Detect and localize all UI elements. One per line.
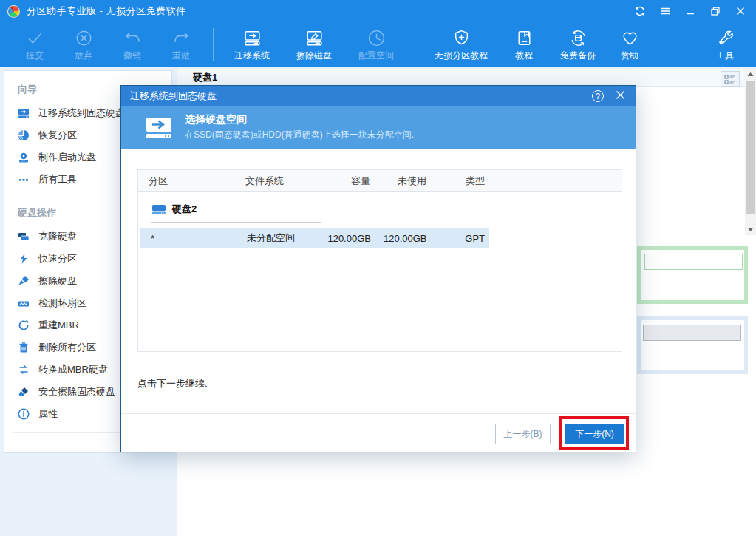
close-icon[interactable]: [735, 6, 746, 16]
migrate-os-icon: [18, 107, 31, 119]
vertical-scrollbar[interactable]: [745, 69, 756, 235]
redo-icon: [171, 27, 191, 49]
window-title: 分区助手专业版 - 无损分区免费软件: [27, 4, 186, 18]
main-toolbar: 提交 放弃 撤销 重做 迁移系统: [0, 22, 756, 67]
next-button[interactable]: 下一步(N): [565, 424, 624, 444]
banner-subtitle: 在SSD(固态硬盘)或HDD(普通硬盘)上选择一块未分配空间.: [185, 129, 414, 141]
app-logo-icon: [7, 5, 20, 18]
disk2-icon: [151, 203, 166, 215]
select-disk-space-icon: [145, 115, 173, 143]
trash-icon: [18, 342, 31, 353]
cell-filesystem: 未分配空间: [247, 231, 316, 245]
toolbar-separator: [415, 28, 415, 61]
convert-arrows-icon: [18, 364, 31, 376]
col-unused: 未使用: [375, 174, 431, 188]
apply-button[interactable]: 提交: [10, 24, 59, 65]
disk1-label: 硬盘1: [177, 71, 217, 84]
lossless-tutorial-button[interactable]: 无损分区教程: [423, 24, 500, 65]
menu-icon[interactable]: [660, 6, 670, 16]
table-header-row: 分区 文件系统 容量 未使用 类型: [138, 170, 622, 192]
ellipsis-icon: [18, 174, 31, 186]
clock-icon: [367, 27, 386, 49]
heart-icon: [620, 27, 640, 49]
recover-pie-icon: [18, 129, 31, 141]
tutorial-button[interactable]: 教程: [500, 24, 548, 65]
lightning-icon: [18, 253, 31, 265]
dialog-titlebar: 迁移系统到固态硬盘 ?: [121, 86, 636, 106]
disk-space-table: 分区 文件系统 容量 未使用 类型 硬盘2 * 未分配空间 120.00GB 1…: [137, 169, 622, 352]
check-icon: [25, 27, 45, 49]
col-partition: 分区: [138, 174, 245, 188]
dialog-close-icon[interactable]: [616, 89, 625, 103]
toolbar-separator: [213, 28, 214, 61]
allocate-space-button[interactable]: 配置空间: [345, 24, 407, 65]
tools-button[interactable]: 工具: [704, 24, 746, 65]
dialog-banner: 选择硬盘空间 在SSD(固态硬盘)或HDD(普通硬盘)上选择一块未分配空间.: [121, 106, 636, 149]
banner-title: 选择硬盘空间: [185, 113, 247, 126]
refresh-icon[interactable]: [635, 6, 645, 16]
book-icon: [514, 27, 534, 49]
view-toggle-button[interactable]: [721, 71, 740, 87]
erase-disk-button[interactable]: 擦除磁盘: [283, 24, 345, 65]
disk3-partition-bar: [643, 325, 741, 341]
bootable-disc-icon: [18, 152, 31, 163]
disk2-partition-bar: [644, 254, 743, 270]
migrate-os-button[interactable]: 迁移系统: [221, 24, 283, 65]
undo-icon: [123, 27, 143, 49]
erase-disk-icon: [304, 27, 324, 49]
disk3-partition-block[interactable]: [637, 316, 748, 374]
cell-type: GPT: [432, 233, 490, 244]
x-circle-icon: [74, 27, 94, 49]
col-capacity: 容量: [316, 174, 375, 188]
sponsor-button[interactable]: 赞助: [607, 24, 652, 65]
dialog-title: 迁移系统到固态硬盘: [121, 89, 217, 103]
redo-button[interactable]: 重做: [157, 24, 205, 65]
scroll-up-icon[interactable]: [745, 69, 756, 80]
backup-sync-icon: [568, 27, 588, 49]
discard-button[interactable]: 放弃: [59, 24, 108, 65]
migrate-disk-icon: [242, 27, 262, 49]
window-titlebar: 分区助手专业版 - 无损分区免费软件: [0, 0, 756, 22]
minimize-icon[interactable]: [685, 6, 695, 16]
unallocated-space-row[interactable]: * 未分配空间 120.00GB 120.00GB GPT: [140, 228, 489, 248]
cell-partition: *: [140, 233, 247, 244]
footer-divider: [121, 413, 636, 414]
info-icon: [18, 408, 31, 420]
clone-disk-icon: [18, 231, 31, 242]
free-backup-button[interactable]: 免费备份: [548, 24, 607, 65]
scrollbar-thumb[interactable]: [746, 81, 755, 214]
cell-unused: 120.00GB: [375, 233, 432, 244]
group-underline: [151, 222, 321, 223]
shield-plus-icon: [452, 27, 471, 49]
disk2-group-row[interactable]: 硬盘2: [151, 203, 622, 216]
disk2-label: 硬盘2: [172, 203, 197, 216]
undo-button[interactable]: 撤销: [108, 24, 157, 65]
migrate-os-dialog: 迁移系统到固态硬盘 ? 选择硬盘空间 在SSD(固态硬盘)或HDD(普通硬盘)上…: [120, 85, 636, 452]
cell-capacity: 120.00GB: [316, 233, 375, 244]
next-step-hint: 点击下一步继续.: [137, 377, 208, 390]
col-filesystem: 文件系统: [245, 174, 316, 188]
rebuild-mbr-icon: [18, 319, 31, 331]
col-type: 类型: [431, 174, 489, 188]
disk2-partition-block[interactable]: [637, 246, 748, 304]
eraser-icon: [18, 386, 31, 398]
bad-sector-icon: [18, 297, 31, 309]
back-button[interactable]: 上一步(B): [495, 424, 551, 444]
scroll-down-icon[interactable]: [745, 224, 756, 235]
broom-icon: [18, 275, 31, 287]
restore-icon[interactable]: [710, 6, 721, 16]
wrench-icon: [715, 27, 735, 49]
dialog-help-icon[interactable]: ?: [592, 90, 604, 102]
